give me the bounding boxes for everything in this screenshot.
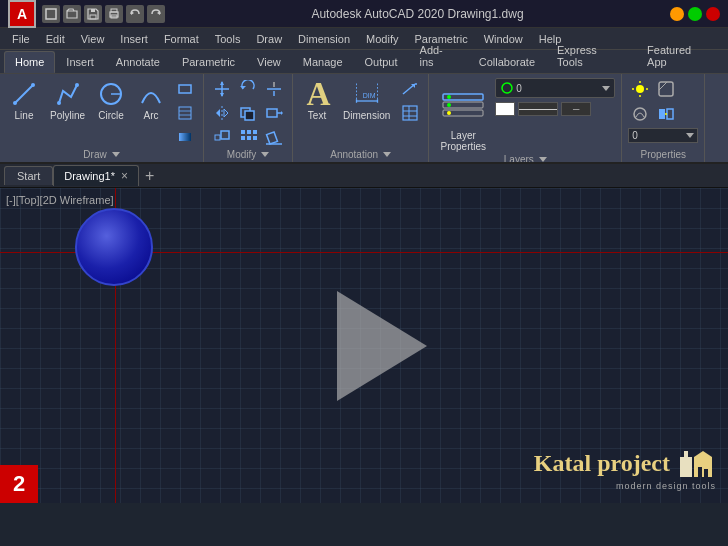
- tab-collaborate[interactable]: Collaborate: [468, 51, 546, 73]
- tab-parametric[interactable]: Parametric: [171, 51, 246, 73]
- erase-icon: [265, 128, 283, 146]
- tool-circle-label: Circle: [98, 110, 124, 121]
- layer-count-chevron[interactable]: [686, 133, 694, 138]
- tab-start[interactable]: Start: [4, 166, 53, 185]
- tab-home[interactable]: Home: [4, 51, 55, 73]
- layer-count-field[interactable]: 0: [628, 128, 698, 143]
- qat-undo[interactable]: [126, 5, 144, 23]
- tab-output[interactable]: Output: [354, 51, 409, 73]
- tool-text-label: Text: [308, 110, 326, 121]
- menu-file[interactable]: File: [4, 31, 38, 47]
- tool-array[interactable]: [236, 126, 260, 148]
- tool-trim[interactable]: [262, 78, 286, 100]
- layer-linetype[interactable]: [518, 102, 558, 116]
- tool-arc-label: Arc: [144, 110, 159, 121]
- tab-insert[interactable]: Insert: [55, 51, 105, 73]
- tab-drawing1-close[interactable]: ×: [121, 169, 128, 183]
- svg-rect-34: [215, 135, 220, 140]
- tool-erase[interactable]: [262, 126, 286, 148]
- qat-redo[interactable]: [147, 5, 165, 23]
- tool-leader[interactable]: [398, 78, 422, 100]
- tab-add-button[interactable]: +: [139, 167, 160, 185]
- modify-tool-rows: [210, 78, 286, 148]
- tool-text[interactable]: A Text: [299, 78, 335, 123]
- menu-draw[interactable]: Draw: [248, 31, 290, 47]
- menu-tools[interactable]: Tools: [207, 31, 249, 47]
- menu-insert[interactable]: Insert: [112, 31, 156, 47]
- modify-group-chevron[interactable]: [261, 152, 269, 157]
- tool-circle[interactable]: Circle: [93, 78, 129, 123]
- svg-text:DIM: DIM: [362, 92, 375, 99]
- tool-sun[interactable]: [628, 78, 652, 100]
- modify-group-label: Modify: [227, 149, 269, 160]
- window-controls[interactable]: [670, 7, 720, 21]
- tool-line[interactable]: Line: [6, 78, 42, 123]
- maximize-button[interactable]: [688, 7, 702, 21]
- modify-row3: [210, 126, 286, 148]
- ribbon-group-modify: Modify: [204, 74, 293, 162]
- minimize-button[interactable]: [670, 7, 684, 21]
- qat-print[interactable]: [105, 5, 123, 23]
- svg-point-61: [447, 95, 451, 99]
- qat-open[interactable]: [63, 5, 81, 23]
- tool-layer-properties-label: LayerProperties: [440, 130, 486, 152]
- layer-properties-icon: [439, 80, 487, 128]
- ribbon-group-annotation: A Text DIM Dimension: [293, 74, 429, 162]
- tool-move[interactable]: [210, 78, 234, 100]
- play-button[interactable]: [337, 291, 427, 401]
- canvas-area[interactable]: [-][Top][2D Wireframe] Katal project mod…: [0, 188, 728, 503]
- tool-copy[interactable]: [236, 102, 260, 124]
- tool-match-prop[interactable]: [654, 103, 678, 125]
- tab-featured[interactable]: Featured App: [636, 39, 724, 73]
- svg-rect-77: [694, 463, 712, 477]
- menu-format[interactable]: Format: [156, 31, 207, 47]
- tool-render[interactable]: [628, 103, 652, 125]
- tool-visual-style[interactable]: [654, 78, 678, 100]
- svg-marker-7: [157, 11, 160, 15]
- svg-rect-72: [659, 109, 665, 119]
- tool-scale[interactable]: [210, 126, 234, 148]
- ribbon: Line Polyline: [0, 74, 728, 164]
- tool-polyline[interactable]: Polyline: [46, 78, 89, 123]
- menu-dimension[interactable]: Dimension: [290, 31, 358, 47]
- svg-rect-36: [241, 130, 245, 134]
- tool-table[interactable]: [398, 102, 422, 124]
- menu-edit[interactable]: Edit: [38, 31, 73, 47]
- tool-layer-properties[interactable]: LayerProperties: [435, 78, 491, 154]
- close-button[interactable]: [706, 7, 720, 21]
- qat-save[interactable]: [84, 5, 102, 23]
- draw-group-chevron[interactable]: [112, 152, 120, 157]
- layer-lineweight[interactable]: ─: [561, 102, 591, 116]
- tool-stretch[interactable]: [262, 102, 286, 124]
- tab-addins[interactable]: Add-ins: [409, 39, 468, 73]
- tab-express[interactable]: Express Tools: [546, 39, 636, 73]
- svg-rect-76: [684, 451, 688, 457]
- tool-hatch[interactable]: [173, 102, 197, 124]
- tool-rectangle[interactable]: [173, 78, 197, 100]
- match-prop-icon: [657, 105, 675, 123]
- tab-view[interactable]: View: [246, 51, 292, 73]
- tab-annotate[interactable]: Annotate: [105, 51, 171, 73]
- hatch-icon: [176, 104, 194, 122]
- layer-dropdown[interactable]: 0: [495, 78, 615, 98]
- layer-color-swatch[interactable]: [495, 102, 515, 116]
- tool-gradient[interactable]: [173, 126, 197, 148]
- layer-dropdown-chevron[interactable]: [602, 86, 610, 91]
- menu-view[interactable]: View: [73, 31, 113, 47]
- tab-drawing1-label: Drawing1*: [64, 170, 115, 182]
- annotation-group-chevron[interactable]: [383, 152, 391, 157]
- tabs-bar: Start Drawing1* × +: [0, 164, 728, 188]
- tool-mirror[interactable]: [210, 102, 234, 124]
- tab-manage[interactable]: Manage: [292, 51, 354, 73]
- properties-row2: [628, 103, 698, 125]
- tool-arc[interactable]: Arc: [133, 78, 169, 123]
- layers-group-chevron[interactable]: [539, 157, 547, 162]
- tool-rotate[interactable]: [236, 78, 260, 100]
- draw-group-label: Draw: [83, 149, 119, 160]
- layers-group-label: Layers: [504, 154, 547, 164]
- menu-window[interactable]: Window: [476, 31, 531, 47]
- qat-new[interactable]: [42, 5, 60, 23]
- menu-modify[interactable]: Modify: [358, 31, 406, 47]
- tab-drawing1[interactable]: Drawing1* ×: [53, 165, 139, 186]
- tool-dimension[interactable]: DIM Dimension: [339, 78, 394, 123]
